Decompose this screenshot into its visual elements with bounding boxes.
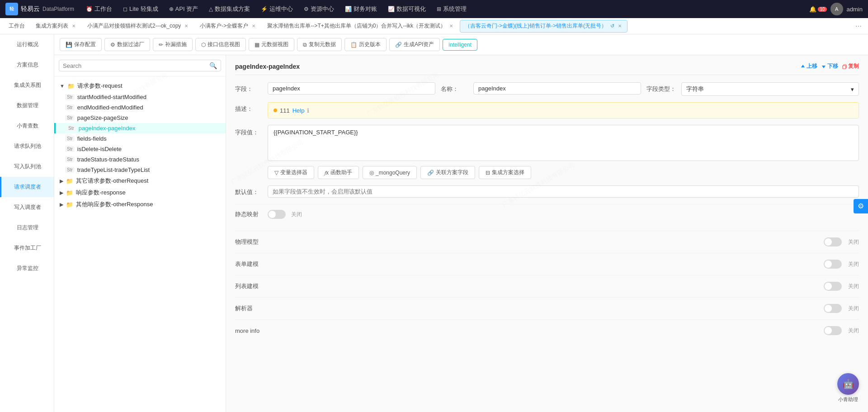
- search-input-wrap[interactable]: 🔍: [59, 60, 221, 71]
- sidebar-item-logs[interactable]: 日志管理: [0, 218, 54, 238]
- interface-view-button[interactable]: ⬡ 接口信息视图: [195, 38, 246, 51]
- nav-ops[interactable]: ⚡ 运维中心: [256, 0, 297, 18]
- static-map-toggle[interactable]: [268, 210, 286, 219]
- nav-data-integration[interactable]: △ 数据集成方案: [204, 0, 255, 18]
- nav-label: 系统管理: [443, 5, 467, 13]
- folder-icon: 📁: [67, 83, 75, 90]
- mongo-icon: ◎: [369, 170, 374, 176]
- tree-node-tradestatus[interactable]: Str tradeStatus-tradeStatus: [54, 154, 226, 165]
- search-input[interactable]: [63, 62, 208, 69]
- str-tag: Str: [65, 104, 75, 110]
- name-input[interactable]: [473, 82, 641, 95]
- related-field-button[interactable]: 🔗 关联方案字段: [420, 166, 475, 179]
- tree-node-response[interactable]: ▶ 📁 响应参数-response: [54, 187, 226, 199]
- app-logo[interactable]: 轻 轻易云 DataPlatform: [5, 3, 74, 15]
- nav-resources[interactable]: ⚙ 资源中心: [299, 0, 339, 18]
- sidebar-item-write-scheduler[interactable]: 写入调度者: [0, 197, 54, 218]
- nav-label: API 资产: [175, 5, 198, 13]
- physical-model-right: 关闭: [824, 237, 859, 246]
- sidebar-item-data-manage[interactable]: 数据管理: [0, 95, 54, 116]
- nav-workbench[interactable]: ⏰ 工作台: [81, 0, 117, 18]
- generate-api-button[interactable]: 🔗 生成API资产: [389, 38, 440, 51]
- str-tag: Str: [65, 156, 75, 162]
- tab-xiaoman-customer[interactable]: 小满客户->全蝶客户 ✕: [195, 20, 261, 33]
- function-helper-button[interactable]: 𝑓x 函数助手: [318, 166, 359, 179]
- static-map-state: 关闭: [291, 211, 302, 218]
- sidebar-item-relation[interactable]: 集成关系图: [0, 75, 54, 95]
- variable-selector-button[interactable]: ▽ 变量选择器: [268, 166, 314, 179]
- type-select[interactable]: 字符串 ▾: [681, 82, 859, 96]
- tab-workbench[interactable]: 工作台: [4, 20, 30, 33]
- tree-node-startmodified[interactable]: Str startModified-startModified: [54, 92, 226, 102]
- history-button[interactable]: 📋 历史版本: [344, 38, 387, 51]
- tab-integration-list[interactable]: 集成方案列表 ✕: [31, 20, 81, 33]
- list-model-toggle[interactable]: [824, 282, 842, 291]
- list-model-row[interactable]: 列表建模 关闭: [235, 275, 859, 297]
- sidebar-item-event[interactable]: 事件加工厂: [0, 238, 54, 258]
- tab-jikeyun[interactable]: （吉客云奇门->金蝶)(线上)销售订单->销售出库单(无批号） ↺ ✕: [460, 20, 627, 33]
- notification-bell[interactable]: 🔔 10: [809, 6, 826, 13]
- copy-button[interactable]: 复制: [842, 62, 859, 70]
- tree-node-pagesize[interactable]: Str pageSize-pageSize: [54, 113, 226, 123]
- ai-assistant-bubble[interactable]: 🤖 小青助理: [837, 373, 859, 403]
- save-config-button[interactable]: 💾 保存配置: [60, 38, 102, 51]
- more-info-row[interactable]: more info 关闭: [235, 319, 859, 341]
- ai-avatar[interactable]: 🤖: [837, 373, 859, 395]
- tree-node-tradetypelist[interactable]: Str tradeTypeList-tradeTypeList: [54, 165, 226, 175]
- intelligent-button[interactable]: intelligent: [443, 39, 477, 51]
- gear-settings-button[interactable]: ⚙: [854, 199, 868, 213]
- tab-close-icon[interactable]: ✕: [251, 23, 256, 29]
- parser-toggle[interactable]: [824, 304, 842, 313]
- field-input[interactable]: [268, 82, 435, 95]
- nav-api[interactable]: ⊕ API 资产: [165, 0, 203, 18]
- toggle-knob: [825, 260, 832, 268]
- form-model-row[interactable]: 表单建模 关闭: [235, 253, 859, 275]
- sidebar-item-request-scheduler[interactable]: 请求调度者: [0, 177, 54, 197]
- field-value-input[interactable]: {{PAGINATION_START_PAGE}}: [268, 125, 859, 161]
- chevron-down-icon: ▾: [851, 86, 854, 93]
- tree-node-request[interactable]: ▼ 📁 请求参数-request: [54, 80, 226, 92]
- physical-model-toggle[interactable]: [824, 237, 842, 246]
- sidebar-item-request-queue[interactable]: 请求队列池: [0, 136, 54, 156]
- tree-node-endmodified[interactable]: Str endModified-endModified: [54, 102, 226, 113]
- tab-close-icon[interactable]: ✕: [184, 23, 189, 29]
- sidebar-item-write-queue[interactable]: 写入队列池: [0, 156, 54, 177]
- tab-xiaoman-product[interactable]: 小满产品对接领猫样衣测试2---ok_copy ✕: [82, 20, 194, 33]
- tab-jushuitang[interactable]: 聚水潭销售出库单-->T+其他出库单（店铺为0）合并写入--ikk（开发测试） …: [262, 20, 459, 33]
- sidebar-item-anomaly[interactable]: 异常监控: [0, 258, 54, 279]
- supplement-button[interactable]: ✏ 补漏措施: [153, 38, 193, 51]
- nav-finance[interactable]: 📊 财务对账: [340, 0, 382, 18]
- help-link[interactable]: Help: [292, 107, 305, 114]
- tabs-more-icon[interactable]: ⋯: [853, 23, 864, 30]
- move-up-button[interactable]: 上移: [800, 62, 817, 70]
- nav-system[interactable]: ⊞ 系统管理: [432, 0, 471, 18]
- tree-node-isdelete[interactable]: Str isDelete-isDelete: [54, 144, 226, 154]
- data-filter-button[interactable]: ⚙ 数据过滤厂: [104, 38, 150, 51]
- default-value-input[interactable]: [268, 185, 859, 198]
- meta-view-button[interactable]: ▦ 元数据视图: [249, 38, 294, 51]
- physical-model-row[interactable]: 物理模型 关闭: [235, 231, 859, 253]
- sidebar-item-query[interactable]: 小青查数: [0, 116, 54, 136]
- nav-lite[interactable]: ◻ Lite 轻集成: [118, 0, 163, 18]
- tree-node-fields[interactable]: Str fields-fields: [54, 133, 226, 144]
- move-down-button[interactable]: 下移: [821, 62, 838, 70]
- integration-select-button[interactable]: ⊟ 集成方案选择: [479, 166, 531, 179]
- tree-node-pageindex[interactable]: Str pageIndex-pageIndex: [54, 123, 226, 133]
- parser-row[interactable]: 解析器 关闭: [235, 297, 859, 319]
- mongo-query-button[interactable]: ◎ _mongoQuery: [363, 166, 417, 179]
- user-avatar[interactable]: A: [830, 3, 843, 15]
- sidebar-item-info[interactable]: 方案信息: [0, 55, 54, 75]
- tab-close-icon[interactable]: ✕: [71, 23, 76, 29]
- form-model-toggle[interactable]: [824, 260, 842, 269]
- nav-label: 数据可视化: [396, 5, 426, 13]
- info-icon: ℹ: [307, 107, 309, 114]
- tab-close-icon[interactable]: ✕: [448, 23, 454, 29]
- copy-meta-button[interactable]: ⧉ 复制元数据: [297, 38, 342, 51]
- tab-close-icon[interactable]: ✕: [617, 23, 623, 29]
- tab-refresh-icon[interactable]: ↺: [610, 23, 614, 29]
- tree-node-other-request[interactable]: ▶ 📁 其它请求参数-otherRequest: [54, 175, 226, 187]
- more-info-toggle[interactable]: [824, 326, 842, 335]
- tree-node-other-response[interactable]: ▶ 📁 其他响应参数-otherResponse: [54, 199, 226, 210]
- nav-visualization[interactable]: 📈 数据可视化: [383, 0, 430, 18]
- sidebar-item-overview[interactable]: 运行概况: [0, 34, 54, 55]
